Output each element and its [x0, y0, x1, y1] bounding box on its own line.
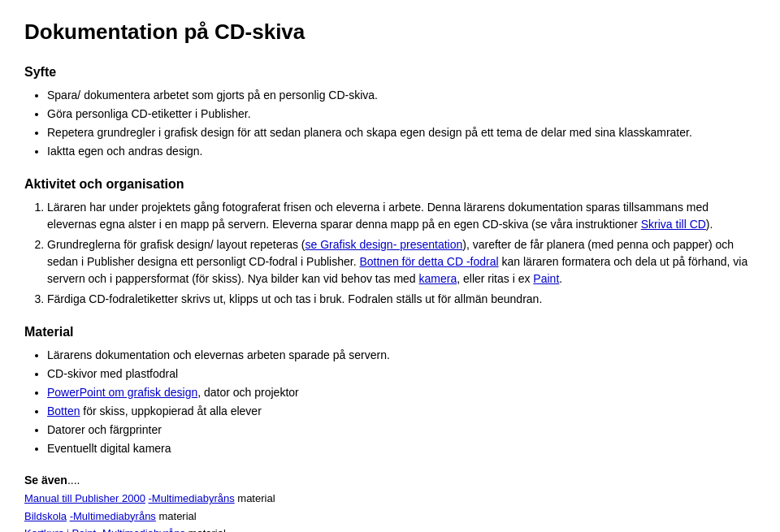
seaven-line-2-text: material: [156, 510, 197, 522]
list-item: CD-skivor med plastfodral: [47, 365, 756, 383]
list-item: Göra personliga CD-etiketter i Publisher…: [47, 106, 756, 123]
material-list: Lärarens dokumentation och elevernas arb…: [47, 347, 756, 457]
seaven-line-3-text: material: [185, 527, 226, 532]
aktivitet-item-2-end: , eller ritas i ex: [457, 272, 533, 285]
paint-link[interactable]: Paint: [533, 272, 559, 285]
aktivitet-item-2-text: Grundreglerna för grafisk design/ layout…: [47, 238, 306, 251]
multimediabyran-link-1[interactable]: -Multimediabyråns: [149, 492, 235, 504]
aktivitet-item-2-final: .: [559, 272, 562, 285]
seaven-dots: ....: [67, 474, 80, 487]
seaven-line-3: Kortkurs i Paint -Multimediabyråns mater…: [24, 526, 756, 532]
seaven-heading-line: Se även....: [24, 472, 756, 489]
list-item: Lärarens dokumentation och elevernas arb…: [47, 347, 756, 364]
list-item: Färdiga CD-fodraletiketter skrivs ut, kl…: [47, 291, 756, 308]
material-section: Material Lärarens dokumentation och elev…: [24, 322, 756, 457]
aktivitet-section: Aktivitet och organisation Läraren har u…: [24, 175, 756, 308]
bottnen-fodral-link[interactable]: Bottnen för detta CD -fodral: [359, 255, 498, 268]
kamera-link[interactable]: kamera: [419, 272, 457, 285]
list-item: Läraren har under projektets gång fotogr…: [47, 199, 756, 233]
aktivitet-item-1-end: ).: [706, 218, 713, 231]
material-heading: Material: [24, 322, 756, 342]
syfte-list: Spara/ dokumentera arbetet som gjorts på…: [47, 87, 756, 160]
bildskola-link[interactable]: Bildskola: [24, 510, 67, 522]
seaven-line-1-text: material: [235, 492, 275, 504]
material-item-4-text: för skiss, uppkopierad åt alla elever: [80, 404, 261, 417]
list-item: PowerPoint om grafisk design, dator och …: [47, 384, 756, 401]
powerpoint-grafisk-design-link[interactable]: PowerPoint om grafisk design: [47, 386, 197, 399]
grafisk-design-presentation-link[interactable]: se Grafisk design- presentation: [306, 238, 463, 251]
aktivitet-item-3-text: Färdiga CD-fodraletiketter skrivs ut, kl…: [47, 292, 542, 305]
material-item-3-text: , dator och projektor: [197, 386, 299, 399]
syfte-section: Syfte Spara/ dokumentera arbetet som gjo…: [24, 63, 756, 160]
multimediabyran-link-3[interactable]: -Multimediabyråns: [99, 527, 185, 532]
list-item: Datorer och färgprinter: [47, 422, 756, 439]
skriva-till-cd-link[interactable]: Skriva till CD: [641, 218, 706, 231]
list-item: Iaktta egen och andras design.: [47, 143, 756, 160]
syfte-heading: Syfte: [24, 63, 756, 82]
list-item: Grundreglerna för grafisk design/ layout…: [47, 236, 756, 288]
kortkurs-paint-link[interactable]: Kortkurs i Paint: [24, 527, 96, 532]
list-item: Eventuellt digital kamera: [47, 440, 756, 457]
seaven-label: Se även: [24, 474, 67, 487]
list-item: Repetera grundregler i grafisk design fö…: [47, 124, 756, 141]
page-title: Dokumentation på CD-skiva: [24, 16, 756, 48]
seaven-section: Se även.... Manual till Publisher 2000 -…: [24, 472, 756, 532]
list-item: Spara/ dokumentera arbetet som gjorts på…: [47, 87, 756, 104]
manual-publisher-link[interactable]: Manual till Publisher 2000: [24, 492, 145, 504]
aktivitet-heading: Aktivitet och organisation: [24, 175, 756, 194]
aktivitet-item-1-text: Läraren har under projektets gång fotogr…: [47, 201, 708, 231]
seaven-line-2: Bildskola -Multimediabyråns material: [24, 508, 756, 525]
list-item: Botten för skiss, uppkopierad åt alla el…: [47, 403, 756, 420]
multimediabyran-link-2[interactable]: -Multimediabyråns: [70, 510, 156, 522]
botten-link[interactable]: Botten: [47, 404, 80, 417]
aktivitet-list: Läraren har under projektets gång fotogr…: [47, 199, 756, 308]
seaven-line-1: Manual till Publisher 2000 -Multimediaby…: [24, 491, 756, 507]
